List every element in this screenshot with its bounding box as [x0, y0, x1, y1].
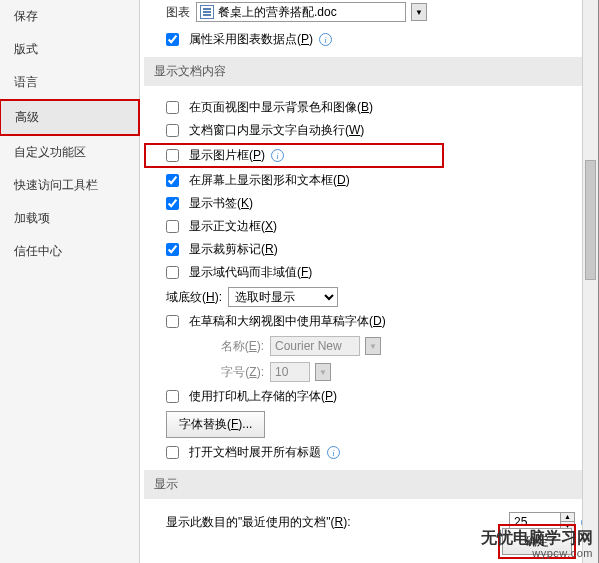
label-font-name: 名称(E):	[204, 338, 264, 355]
checkbox-show-crop-marks[interactable]	[166, 243, 179, 256]
label-show-drawings: 在屏幕上显示图形和文本框(D)	[189, 172, 350, 189]
label-show-crop-marks: 显示裁剪标记(R)	[189, 241, 278, 258]
checkbox-expand-headings[interactable]	[166, 446, 179, 459]
label-draft-font: 在草稿和大纲视图中使用草稿字体(D)	[189, 313, 386, 330]
section-show-doc-content: 显示文档内容	[144, 57, 594, 86]
content-pane: 图表 餐桌上的营养搭配.doc ▼ 属性采用图表数据点(P) i 显示文档内容 …	[140, 0, 598, 563]
select-field-shading[interactable]: 选取时显示	[228, 287, 338, 307]
sidebar-item-addins[interactable]: 加载项	[0, 202, 139, 235]
label-font-size: 字号(Z):	[204, 364, 264, 381]
label-show-picture-frame: 显示图片框(P)	[189, 147, 265, 164]
checkbox-draft-font[interactable]	[166, 315, 179, 328]
sidebar: 保存 版式 语言 高级 自定义功能区 快速访问工具栏 加载项 信任中心	[0, 0, 140, 563]
spinner-up[interactable]: ▲	[560, 513, 574, 522]
sidebar-item-language[interactable]: 语言	[0, 66, 139, 99]
select-font-size: 10	[270, 362, 310, 382]
sidebar-item-layout[interactable]: 版式	[0, 33, 139, 66]
button-font-substitution[interactable]: 字体替换(F)...	[166, 411, 265, 438]
sidebar-item-qat[interactable]: 快速访问工具栏	[0, 169, 139, 202]
label-show-field-codes: 显示域代码而非域值(F)	[189, 264, 312, 281]
checkbox-wrap-in-window[interactable]	[166, 124, 179, 137]
checkbox-chart-datapoint-attr[interactable]	[166, 33, 179, 46]
document-icon	[200, 5, 214, 19]
scrollbar-vertical[interactable]	[582, 0, 598, 563]
label-chart-datapoint-attr: 属性采用图表数据点(P)	[189, 31, 313, 48]
checkbox-show-field-codes[interactable]	[166, 266, 179, 279]
checkbox-show-drawings[interactable]	[166, 174, 179, 187]
checkbox-show-bg[interactable]	[166, 101, 179, 114]
font-size-dropdown: ▼	[315, 363, 331, 381]
label-show-bg: 在页面视图中显示背景色和图像(B)	[189, 99, 373, 116]
sidebar-item-save[interactable]: 保存	[0, 0, 139, 33]
label-show-bookmarks: 显示书签(K)	[189, 195, 253, 212]
label-show-text-border: 显示正文边框(X)	[189, 218, 277, 235]
chart-target-dropdown[interactable]: ▼	[411, 3, 427, 21]
checkbox-show-picture-frame[interactable]	[166, 149, 179, 162]
checkbox-show-text-border[interactable]	[166, 220, 179, 233]
font-name-dropdown: ▼	[365, 337, 381, 355]
sidebar-item-trust-center[interactable]: 信任中心	[0, 235, 139, 268]
section-display: 显示	[144, 470, 594, 499]
scrollbar-thumb[interactable]	[585, 160, 596, 280]
select-font-name: Courier New	[270, 336, 360, 356]
chart-label: 图表	[166, 4, 190, 21]
label-printer-fonts: 使用打印机上存储的字体(P)	[189, 388, 337, 405]
button-ok[interactable]: 确定	[502, 528, 572, 555]
sidebar-item-customize-ribbon[interactable]: 自定义功能区	[0, 136, 139, 169]
label-recent-docs: 显示此数目的"最近使用的文档"(R):	[166, 514, 351, 531]
label-wrap-in-window: 文档窗口内显示文字自动换行(W)	[189, 122, 364, 139]
info-icon: i	[271, 149, 284, 162]
info-icon: i	[319, 33, 332, 46]
info-icon: i	[327, 446, 340, 459]
chart-target-select[interactable]: 餐桌上的营养搭配.doc	[196, 2, 406, 22]
label-expand-headings: 打开文档时展开所有标题	[189, 444, 321, 461]
label-field-shading: 域底纹(H):	[166, 289, 222, 306]
sidebar-item-advanced[interactable]: 高级	[1, 101, 138, 134]
checkbox-printer-fonts[interactable]	[166, 390, 179, 403]
checkbox-show-bookmarks[interactable]	[166, 197, 179, 210]
